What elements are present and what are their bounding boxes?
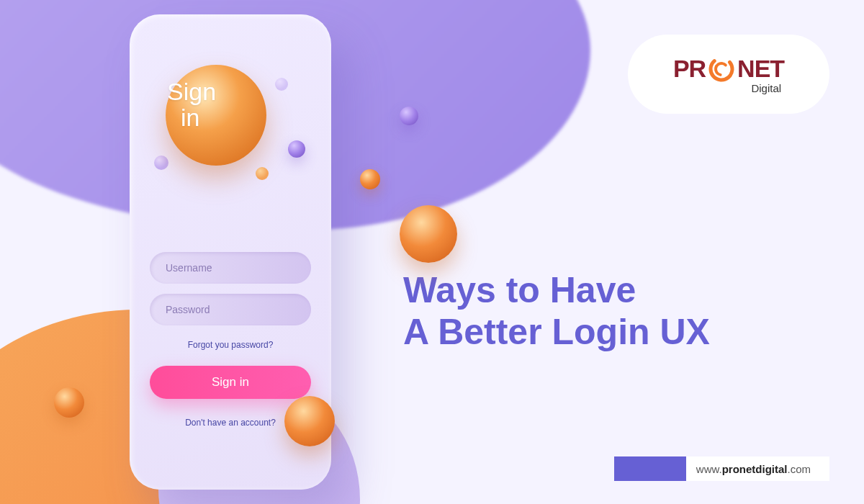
signin-button[interactable]: Sign in xyxy=(150,366,311,399)
orb-orange-small-2 xyxy=(54,387,84,418)
signup-link[interactable]: Don't have an account? xyxy=(185,418,276,428)
website-url-bar: www.pronetdigital.com xyxy=(614,456,829,481)
orb-orange-medium-2 xyxy=(284,396,335,446)
url-text: www.pronetdigital.com xyxy=(686,456,829,481)
url-accent-block xyxy=(614,456,686,481)
orb-purple-2 xyxy=(288,140,305,158)
svg-point-1 xyxy=(715,62,729,76)
url-suffix: .com xyxy=(787,463,811,475)
headline-line1: Ways to Have xyxy=(403,270,636,310)
url-prefix: www. xyxy=(696,463,722,475)
orb-orange-small-1 xyxy=(360,169,380,189)
orb-orange-medium-1 xyxy=(400,205,457,263)
login-form: Forgot you password? Sign in Don't have … xyxy=(150,252,311,428)
signin-heading-line2: in xyxy=(181,104,199,131)
username-input[interactable] xyxy=(150,252,311,284)
password-input[interactable] xyxy=(150,294,311,325)
svg-point-0 xyxy=(707,55,736,84)
orb-purple-1 xyxy=(400,107,418,125)
brand-logo: PR NET Digital xyxy=(628,35,829,114)
signin-heading-line1: Sign xyxy=(167,78,216,105)
orb-tiny-purple-2 xyxy=(275,78,288,91)
orb-tiny-purple-1 xyxy=(154,156,168,170)
logo-swirl-icon xyxy=(707,55,736,84)
url-domain: pronetdigital xyxy=(722,463,788,475)
orb-tiny-orange-1 xyxy=(256,167,269,180)
logo-text-pre: PR xyxy=(673,55,706,83)
headline-line2: A Better Login UX xyxy=(403,312,710,352)
forgot-password-link[interactable]: Forgot you password? xyxy=(188,340,274,350)
main-headline: Ways to Have A Better Login UX xyxy=(403,270,710,353)
logo-text-post: NET xyxy=(737,55,784,83)
logo-subtitle: Digital xyxy=(751,82,781,94)
signin-heading: Sign in xyxy=(167,79,216,130)
